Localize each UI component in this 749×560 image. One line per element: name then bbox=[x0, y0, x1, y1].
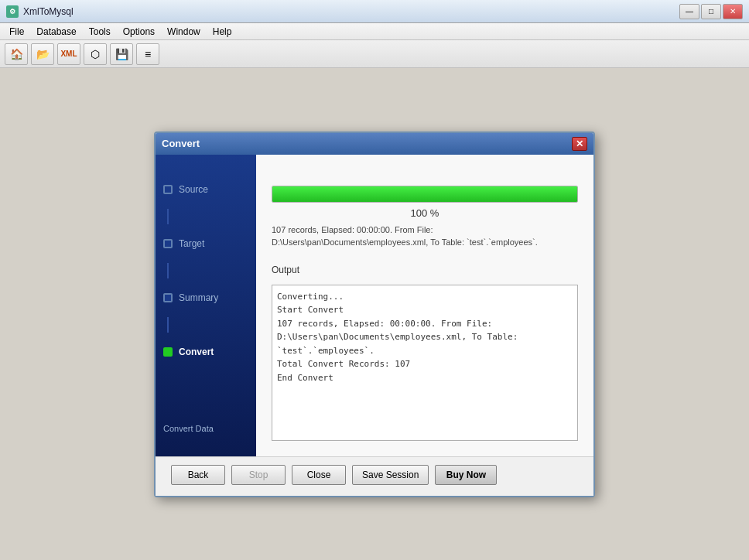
dialog-buttons: Back Stop Close Save Session Buy Now bbox=[156, 456, 593, 496]
step-summary-indicator bbox=[163, 293, 173, 302]
back-button[interactable]: Back bbox=[171, 465, 225, 485]
menu-database[interactable]: Database bbox=[30, 25, 82, 39]
step-summary: Summary bbox=[156, 278, 256, 317]
step-convert: Convert bbox=[156, 333, 256, 371]
toolbar-db-button[interactable]: ⬡ bbox=[84, 43, 107, 65]
buy-now-button[interactable]: Buy Now bbox=[435, 465, 497, 485]
toolbar-home-button[interactable]: 🏠 bbox=[5, 43, 28, 65]
step-connector-2 bbox=[167, 263, 169, 278]
output-box: Converting... Start Convert 107 records,… bbox=[272, 285, 578, 441]
dialog-sidebar: Source Target Summary Conv bbox=[156, 155, 256, 456]
step-target-indicator bbox=[163, 239, 173, 248]
dialog-overlay: Convert ✕ Source Target bbox=[0, 68, 749, 560]
step-source-label: Source bbox=[179, 184, 208, 195]
toolbar-list-button[interactable]: ≡ bbox=[136, 43, 159, 65]
menu-tools[interactable]: Tools bbox=[83, 25, 117, 39]
toolbar-xml-button[interactable]: XML bbox=[57, 43, 80, 65]
dialog-close-button[interactable]: ✕ bbox=[572, 137, 587, 151]
menu-file[interactable]: File bbox=[3, 25, 30, 39]
menu-options[interactable]: Options bbox=[117, 25, 161, 39]
step-convert-label: Convert bbox=[179, 347, 214, 357]
toolbar-save-button[interactable]: 💾 bbox=[110, 43, 133, 65]
title-bar: ⚙ XmlToMysql — □ ✕ bbox=[0, 0, 749, 23]
output-line-1: Converting... bbox=[277, 290, 573, 304]
menu-help[interactable]: Help bbox=[207, 25, 238, 39]
progress-percent: 100 % bbox=[272, 207, 578, 219]
sidebar-bottom-label: Convert Data bbox=[156, 416, 256, 441]
minimize-button[interactable]: — bbox=[679, 4, 699, 19]
step-convert-indicator bbox=[163, 347, 173, 357]
step-source-indicator bbox=[163, 185, 173, 194]
toolbar: 🏠 📂 XML ⬡ 💾 ≡ bbox=[0, 40, 749, 68]
step-connector-1 bbox=[167, 209, 169, 224]
maximize-button[interactable]: □ bbox=[701, 4, 721, 19]
stop-button[interactable]: Stop bbox=[231, 465, 286, 485]
output-label: Output bbox=[272, 265, 578, 275]
output-line-4: Total Convert Records: 107 bbox=[277, 357, 573, 371]
output-line-2: Start Convert bbox=[277, 303, 573, 317]
step-target-label: Target bbox=[179, 238, 204, 249]
output-line-5: End Convert bbox=[277, 371, 573, 385]
app-icon: ⚙ bbox=[6, 5, 19, 18]
toolbar-open-button[interactable]: 📂 bbox=[31, 43, 54, 65]
menu-bar: File Database Tools Options Window Help bbox=[0, 23, 749, 40]
progress-info: 107 records, Elapsed: 00:00:00. From Fil… bbox=[272, 224, 578, 249]
app-title: XmlToMysql bbox=[23, 6, 679, 17]
progress-section: 100 % 107 records, Elapsed: 00:00:00. Fr… bbox=[272, 186, 578, 249]
step-connector-3 bbox=[167, 317, 169, 333]
close-button[interactable]: Close bbox=[292, 465, 346, 485]
window-controls: — □ ✕ bbox=[679, 4, 743, 19]
dialog-body: Source Target Summary Conv bbox=[156, 155, 593, 456]
progress-bar-container bbox=[272, 186, 578, 203]
dialog-title: Convert bbox=[162, 138, 572, 149]
close-window-button[interactable]: ✕ bbox=[723, 4, 743, 19]
step-source: Source bbox=[156, 170, 256, 209]
progress-bar-fill bbox=[272, 186, 577, 202]
menu-window[interactable]: Window bbox=[161, 25, 207, 39]
step-target: Target bbox=[156, 224, 256, 263]
main-content: Convert ✕ Source Target bbox=[0, 68, 749, 560]
save-session-button[interactable]: Save Session bbox=[352, 465, 429, 485]
dialog-title-bar: Convert ✕ bbox=[156, 133, 593, 155]
step-summary-label: Summary bbox=[179, 292, 218, 303]
convert-dialog: Convert ✕ Source Target bbox=[154, 131, 595, 497]
dialog-content-area: 100 % 107 records, Elapsed: 00:00:00. Fr… bbox=[256, 155, 593, 456]
output-line-3: 107 records, Elapsed: 00:00:00. From Fil… bbox=[277, 317, 573, 358]
